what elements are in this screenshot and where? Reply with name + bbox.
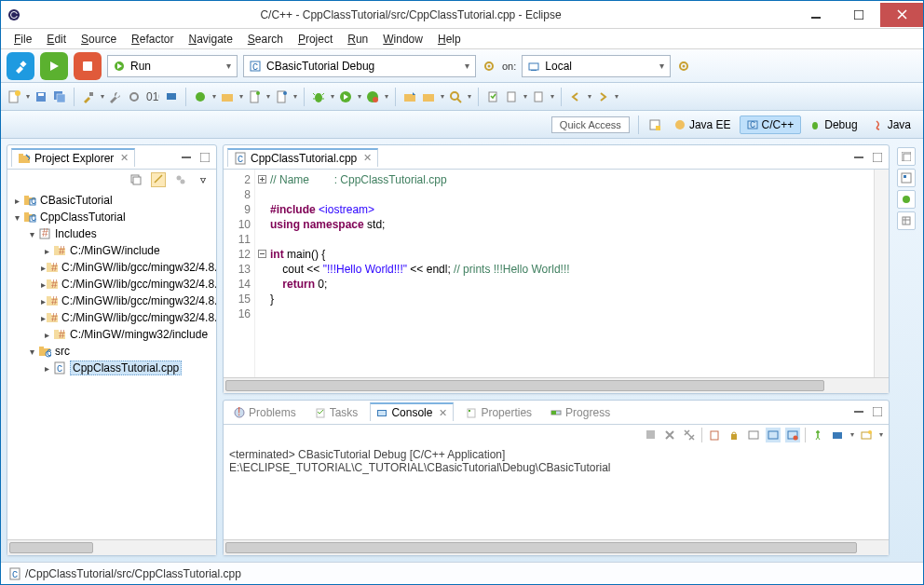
editor[interactable]: 28910111213141516 // Name : CppClassTuto… bbox=[224, 170, 889, 377]
link-editor-icon[interactable] bbox=[151, 172, 166, 187]
close-icon[interactable]: ✕ bbox=[363, 152, 372, 164]
menu-navigate[interactable]: Navigate bbox=[183, 31, 238, 48]
close-button[interactable] bbox=[880, 3, 923, 27]
fold-column[interactable] bbox=[255, 170, 268, 377]
save-icon[interactable] bbox=[34, 89, 48, 104]
perspective-java-ee[interactable]: Java EE bbox=[668, 116, 738, 134]
gear-icon[interactable] bbox=[482, 59, 496, 74]
run-toolbar-icon[interactable] bbox=[338, 89, 353, 104]
expand-icon[interactable]: ▸ bbox=[41, 246, 52, 256]
tree-node[interactable]: ▸#C:/MinGW/mingw32/include bbox=[7, 326, 216, 343]
menu-file[interactable]: File bbox=[8, 31, 37, 48]
screen-icon[interactable] bbox=[164, 89, 179, 104]
launch-mode-combo[interactable]: Run ▾ bbox=[107, 55, 238, 77]
tab-properties[interactable]: Properties bbox=[459, 403, 538, 421]
back-icon[interactable] bbox=[568, 89, 583, 104]
open-task-icon[interactable] bbox=[421, 89, 436, 104]
outline-view-icon[interactable] bbox=[897, 169, 916, 187]
tab-problems[interactable]: !Problems bbox=[227, 403, 303, 421]
expand-icon[interactable]: ▾ bbox=[26, 229, 37, 239]
remove-all-icon[interactable] bbox=[682, 428, 697, 442]
console-output[interactable]: <terminated> CBasicTutorial Debug [C/C++… bbox=[224, 445, 889, 539]
tree-node[interactable]: ▾csrc bbox=[7, 343, 216, 360]
profile-icon[interactable] bbox=[365, 89, 380, 104]
open-console-icon[interactable] bbox=[859, 428, 874, 442]
scroll-lock-icon[interactable] bbox=[727, 428, 741, 442]
tab-console[interactable]: Console✕ bbox=[370, 402, 454, 421]
minimize-view-icon[interactable] bbox=[851, 150, 866, 165]
maximize-view-icon[interactable] bbox=[870, 150, 885, 165]
new-header-icon[interactable] bbox=[274, 89, 289, 104]
expand-icon[interactable]: ▸ bbox=[11, 196, 22, 206]
forward-icon[interactable] bbox=[595, 89, 610, 104]
tree-node[interactable]: ▸cCppClassTutorial.cpp bbox=[7, 360, 216, 376]
remove-launch-icon[interactable] bbox=[662, 428, 677, 442]
display-console-icon[interactable] bbox=[830, 428, 845, 442]
console-hscroll[interactable] bbox=[224, 539, 889, 555]
tree-node[interactable]: ▸#C:/MinGW/lib/gcc/mingw32/4.8.1/include… bbox=[7, 292, 216, 309]
quick-access[interactable]: Quick Access bbox=[551, 116, 630, 133]
tab-tasks[interactable]: Tasks bbox=[308, 403, 365, 421]
project-tree[interactable]: ▸cCBasicTutorial▾cCppClassTutorial▾#Incl… bbox=[7, 190, 216, 539]
maximize-view-icon[interactable] bbox=[870, 404, 885, 419]
menu-refactor[interactable]: Refactor bbox=[126, 31, 179, 48]
focus-task-icon[interactable] bbox=[173, 172, 188, 187]
minimize-view-icon[interactable] bbox=[851, 404, 866, 419]
menu-edit[interactable]: Edit bbox=[41, 31, 72, 48]
debug-icon[interactable] bbox=[311, 89, 326, 104]
word-wrap-icon[interactable] bbox=[746, 428, 761, 442]
build-button[interactable] bbox=[7, 52, 34, 80]
search-icon[interactable] bbox=[448, 89, 463, 104]
show-on-stderr-icon[interactable] bbox=[785, 428, 800, 442]
tab-project-explorer[interactable]: Project Explorer ✕ bbox=[11, 148, 135, 167]
perspective-c-c-[interactable]: cC/C++ bbox=[740, 116, 802, 134]
task-list-view-icon[interactable] bbox=[897, 190, 916, 209]
terminate-icon[interactable] bbox=[643, 428, 658, 442]
close-icon[interactable]: ✕ bbox=[120, 152, 129, 164]
prev-annotation-icon[interactable] bbox=[531, 89, 546, 104]
collapse-all-icon[interactable] bbox=[129, 172, 143, 187]
editor-tab[interactable]: c CppClassTutorial.cpp ✕ bbox=[227, 148, 378, 167]
expand-icon[interactable]: ▸ bbox=[41, 363, 52, 374]
make-target-view-icon[interactable] bbox=[897, 211, 916, 230]
show-on-stdout-icon[interactable] bbox=[766, 428, 781, 442]
menu-window[interactable]: Window bbox=[377, 31, 428, 48]
maximize-view-icon[interactable] bbox=[197, 150, 212, 165]
next-annotation-icon[interactable] bbox=[504, 89, 519, 104]
new-class-icon[interactable] bbox=[193, 89, 208, 104]
gear-toolbar-icon[interactable] bbox=[127, 89, 142, 104]
tree-node[interactable]: ▸#C:/MinGW/lib/gcc/mingw32/4.8.1/include… bbox=[7, 309, 216, 326]
tree-node[interactable]: ▸#C:/MinGW/lib/gcc/mingw32/4.8.1/include bbox=[7, 259, 216, 276]
expand-icon[interactable]: ▾ bbox=[11, 212, 22, 223]
menu-project[interactable]: Project bbox=[292, 31, 338, 48]
restore-icon[interactable] bbox=[897, 147, 916, 166]
expand-icon[interactable]: ▾ bbox=[26, 347, 37, 357]
menu-help[interactable]: Help bbox=[432, 31, 467, 48]
expand-icon[interactable]: ▸ bbox=[41, 330, 52, 340]
new-folder-icon[interactable] bbox=[220, 89, 235, 104]
tab-progress[interactable]: Progress bbox=[544, 403, 617, 421]
stop-button[interactable] bbox=[74, 52, 102, 80]
tree-node[interactable]: ▾#Includes bbox=[7, 225, 216, 242]
perspective-java[interactable]: Java bbox=[866, 116, 917, 134]
launch-config-combo[interactable]: c CBasicTutorial Debug ▾ bbox=[243, 55, 476, 77]
wrench-icon[interactable] bbox=[108, 89, 123, 104]
editor-hscroll[interactable] bbox=[224, 377, 889, 393]
build-hammer-icon[interactable] bbox=[81, 89, 96, 104]
tree-node[interactable]: ▸#C:/MinGW/lib/gcc/mingw32/4.8.1/include… bbox=[7, 276, 216, 292]
view-menu-icon[interactable]: ▿ bbox=[196, 172, 211, 187]
fold-toggle[interactable] bbox=[258, 175, 266, 184]
minimize-button[interactable] bbox=[795, 3, 837, 27]
open-perspective-icon[interactable] bbox=[647, 117, 662, 132]
code-area[interactable]: // Name : CppClassTutorial.cpp#include <… bbox=[268, 170, 874, 377]
clear-console-icon[interactable] bbox=[707, 428, 722, 442]
maximize-button[interactable] bbox=[837, 3, 880, 27]
binary-icon[interactable]: 010 bbox=[145, 89, 160, 104]
launch-target-combo[interactable]: Local ▾ bbox=[522, 55, 671, 77]
new-source-icon[interactable] bbox=[247, 89, 262, 104]
perspective-debug[interactable]: Debug bbox=[803, 116, 863, 134]
tree-node[interactable]: ▸cCBasicTutorial bbox=[7, 192, 216, 209]
minimize-view-icon[interactable] bbox=[179, 150, 194, 165]
tree-node[interactable]: ▸#C:/MinGW/include bbox=[7, 242, 216, 259]
menu-source[interactable]: Source bbox=[75, 31, 122, 48]
